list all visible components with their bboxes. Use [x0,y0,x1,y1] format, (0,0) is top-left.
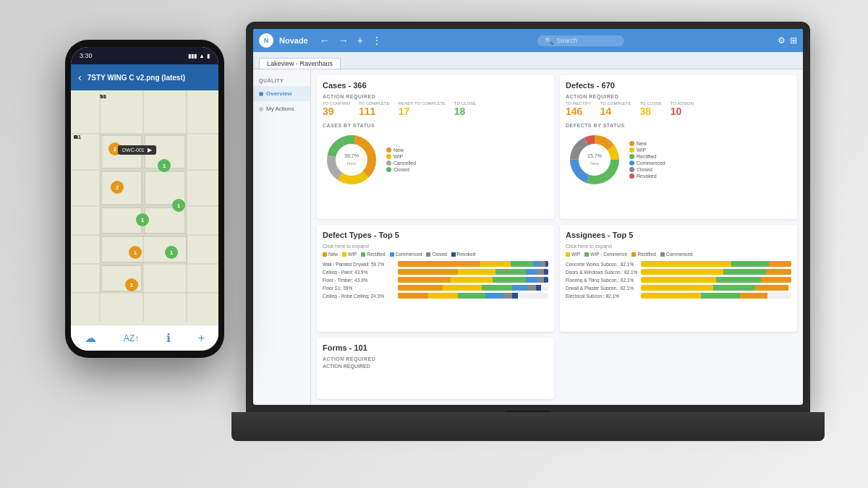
defect-types-card: Defect Types - Top 5 Click here to expan… [317,225,554,331]
cloud-icon[interactable]: ☁ [85,331,96,345]
sidebar-dot [259,92,263,96]
dt-seg-2-closed [537,269,543,275]
svg-text:New: New [347,161,357,166]
defects-stat-rectify-value: 146 [566,106,592,117]
sidebar-section-label: QUALITY [253,75,310,86]
map-label-D: D [74,134,78,140]
defects-dot-wip [629,147,634,153]
dt-seg-4-closed [527,285,536,291]
search-box[interactable]: 🔍 Search [537,35,624,46]
sort-icon[interactable]: AZ↑ [124,333,139,343]
dt-seg-2-comm [526,269,538,275]
defects-label-commenced: Commenced [637,160,665,166]
cases-legend-wip: WIP [386,154,416,159]
dt-bar-track-4 [398,285,548,291]
as-seg-1-rect [769,261,791,267]
dt-legend-rectified: Rectified [361,252,385,257]
defects-legend-commenced: Commenced [629,160,665,166]
as-seg-5-rect [740,293,767,299]
dt-seg-1-rect [511,261,533,267]
legend-dot-closed [386,167,391,172]
grid-icon[interactable]: ⊞ [790,35,797,46]
defects-label-rectified: Rectified [637,154,656,159]
as-label-rectified: Rectified [637,252,655,257]
as-legend-wip: WIP [566,252,580,257]
defects-stat-assign: TO ASSIGN 10 [671,101,694,117]
map-pin-4[interactable]: 1 [136,213,149,226]
app-logo: N [259,33,273,48]
topbar-search: 🔍 Search [391,35,772,46]
map-pin-5[interactable]: 1 [172,199,185,212]
defects-legend-wip: WIP [629,147,665,153]
as-legend-commenced: Commenced [660,252,693,257]
cases-chart-label: CASES BY STATUS [323,123,548,128]
phone-back-button[interactable]: ‹ [78,72,82,83]
sidebar-item-myactions[interactable]: My Actions [253,101,310,116]
dt-label-rectified: Rectified [367,252,385,257]
defects-dot-rectified [629,154,634,159]
cases-donut-chart: 38.7% New [323,131,380,189]
cases-stat-complete: TO COMPLETE 111 [359,101,390,117]
search-icon: 🔍 [545,37,553,45]
nav-add-icon[interactable]: + [354,33,366,48]
nav-back-icon[interactable]: ← [317,33,333,48]
as-dot-wip [566,252,570,257]
dt-bar-label-1: Wall - Painted Drywall: 59.7% [323,262,395,267]
defects-label-revoked: Revoked [637,174,657,179]
defects-legend: New WIP Rectified [629,141,665,179]
cases-card: Cases - 366 ACTION REQUIRED TO CONFIRM 3… [317,75,554,219]
dt-legend-commenced: Commenced [390,252,422,257]
forms-card-title: Forms - 101 [323,343,548,352]
dt-seg-4-new [398,285,443,291]
as-bar-label-1: Concrete Works Subcon.: 82.1% [566,262,638,267]
defects-stat-complete-value: 14 [600,106,631,117]
wifi-icon: ▲ [199,53,205,59]
sidebar-item-overview[interactable]: Overview [253,86,310,101]
settings-icon[interactable]: ⚙ [778,35,786,46]
dt-bar-track-2 [398,269,548,275]
svg-text:15.7%: 15.7% [587,153,602,158]
defects-legend-new: New [629,141,665,146]
defects-action-stats: TO RECTIFY 146 TO COMPLETE 14 TO CLOSE 3… [566,101,791,117]
cases-action-stats: TO CONFIRM 39 TO COMPLETE 111 READY TO C… [323,101,548,117]
nav-more-icon[interactable]: ⋮ [369,33,385,48]
assignees-bars: Concrete Works Subcon.: 82.1% Doors & Wi… [566,261,791,299]
defects-card: Defects - 670 ACTION REQUIRED TO RECTIFY… [560,75,797,219]
main-tab[interactable]: Lakeview - Ravenhaus [259,58,341,69]
as-seg-2-wip [641,269,723,275]
dt-bar-track-3 [398,277,548,283]
add-icon[interactable]: + [198,332,205,345]
defects-chart-label: DEFECTS BY STATUS [566,123,791,128]
dt-seg-4-wip [443,285,482,291]
legend-label-closed: Closed [393,167,409,172]
dt-seg-4-rev [536,285,540,291]
dt-bar-label-2: Ceiling - Paint: 43.9% [323,270,395,275]
dt-seg-1-new [398,261,480,267]
cases-stat-confirm-value: 39 [323,106,350,117]
dt-seg-1-wip [480,261,511,267]
dt-bar-row-2: Ceiling - Paint: 43.9% [323,269,548,275]
defects-dot-new [629,141,634,146]
app-main: QUALITY Overview My Actions [253,69,803,405]
map-pin-8[interactable]: 1 [125,278,138,291]
dt-seg-1-rev [545,261,548,267]
cases-stat-ready: READY TO COMPLETE 17 [399,101,446,117]
info-icon[interactable]: ℹ [166,331,171,345]
dt-bar-track-1 [398,261,548,267]
map-pin-2[interactable]: 1 [158,159,171,172]
topbar-actions: ⚙ ⊞ [778,35,797,46]
defects-legend-closed: Closed [629,167,665,172]
dt-seg-3-wip [451,277,493,283]
nav-forward-icon[interactable]: → [336,33,352,48]
legend-label-new: New [393,147,404,153]
tabs-bar: Lakeview - Ravenhaus [253,52,803,69]
defects-donut-container: 15.7% New New [566,131,791,189]
map-pin-3[interactable]: 2 [111,181,124,194]
phone-map[interactable]: 9 10 11 A B C C1 D 2 DWC-001 1 [71,90,218,325]
map-pin-7[interactable]: 1 [165,246,178,259]
map-pin-6[interactable]: 1 [129,246,142,259]
defects-stat-complete: TO COMPLETE 14 [600,101,631,117]
sidebar-overview-label: Overview [266,90,292,97]
defects-label-closed: Closed [637,167,652,172]
assignees-legend: WIP WIP - Commence Rectified [566,252,791,257]
